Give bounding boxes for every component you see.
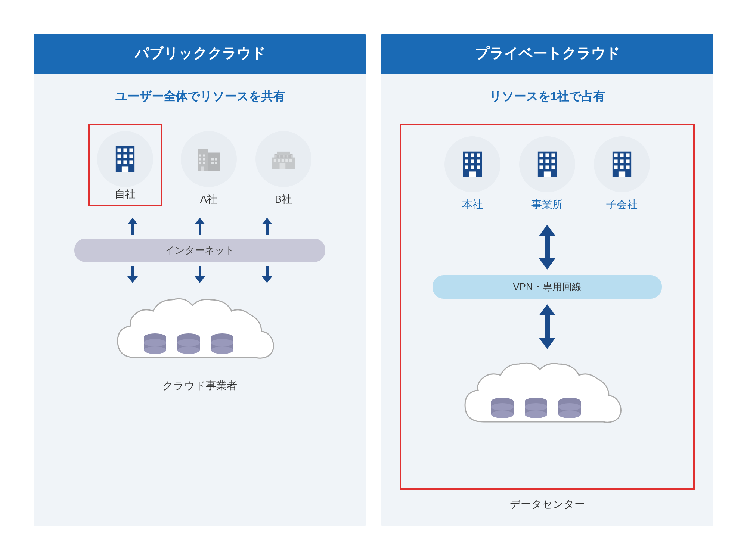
svg-rect-55 — [465, 159, 468, 163]
svg-point-46 — [177, 339, 200, 346]
public-cloud-subtitle: ユーザー全体でリソースを共有 — [115, 88, 285, 105]
company-circle-a — [181, 131, 237, 187]
svg-rect-66 — [539, 159, 543, 163]
company-circle-jisha — [97, 131, 153, 187]
svg-rect-69 — [539, 165, 543, 169]
svg-point-94 — [558, 411, 581, 418]
internet-bar: インターネット — [74, 239, 325, 262]
svg-point-41 — [144, 346, 166, 354]
svg-rect-78 — [620, 159, 623, 163]
svg-rect-64 — [545, 153, 549, 157]
svg-rect-35 — [283, 155, 284, 158]
svg-rect-8 — [123, 160, 127, 164]
svg-rect-9 — [129, 160, 133, 164]
vpn-bar: VPN・専用回線 — [433, 275, 662, 299]
svg-rect-53 — [471, 153, 474, 157]
svg-point-87 — [491, 403, 514, 411]
label-jigyosho: 事業所 — [531, 197, 563, 212]
private-cloud-header: プライベートクラウド — [381, 34, 713, 74]
svg-point-91 — [525, 403, 547, 411]
svg-rect-1 — [117, 148, 121, 152]
label-b: B社 — [275, 192, 292, 206]
svg-rect-70 — [545, 165, 549, 169]
svg-point-86 — [491, 411, 514, 418]
svg-rect-79 — [626, 159, 629, 163]
company-jigyosho: 事業所 — [519, 136, 575, 212]
company-circle-jigyosho — [519, 136, 575, 192]
svg-rect-37 — [291, 155, 292, 158]
svg-rect-31 — [285, 159, 288, 162]
cloud-shape-right — [454, 351, 641, 437]
private-cloud-red-border: 本社 — [400, 124, 695, 490]
svg-rect-23 — [215, 162, 217, 164]
private-cloud-panel: プライベートクラウド リソースを1社で占有 — [381, 34, 713, 526]
building-gray-a-icon — [196, 144, 222, 174]
label-honsha: 本社 — [462, 197, 483, 212]
svg-rect-34 — [279, 155, 280, 158]
svg-rect-18 — [199, 162, 201, 164]
svg-rect-21 — [215, 158, 217, 161]
svg-point-42 — [144, 339, 166, 346]
arrow-up-1 — [127, 218, 138, 235]
svg-rect-54 — [477, 153, 480, 157]
big-arrow-down — [539, 258, 555, 270]
svg-rect-16 — [199, 158, 201, 161]
svg-rect-76 — [626, 153, 629, 157]
arrows-down-row — [52, 266, 347, 283]
svg-rect-61 — [469, 171, 476, 177]
label-kogaisha: 子会社 — [606, 197, 638, 212]
svg-rect-75 — [620, 153, 623, 157]
svg-rect-68 — [551, 159, 555, 163]
svg-rect-32 — [289, 159, 292, 162]
svg-rect-14 — [199, 155, 201, 157]
big-arrow-both-2 — [539, 304, 555, 349]
svg-rect-5 — [123, 154, 127, 158]
cloud-svg-left — [106, 287, 293, 373]
svg-rect-2 — [123, 148, 127, 152]
svg-rect-71 — [551, 165, 555, 169]
cloud-label-left: クラウド事業者 — [162, 379, 237, 393]
label-a: A社 — [200, 192, 218, 206]
private-cloud-companies: 本社 — [444, 136, 650, 212]
arrows-up-row — [52, 218, 347, 235]
building-blue-icon — [112, 144, 138, 174]
svg-rect-10 — [122, 166, 128, 172]
svg-rect-36 — [287, 155, 288, 158]
svg-rect-83 — [619, 171, 625, 177]
public-cloud-companies: 自社 — [88, 124, 311, 206]
private-cloud-body: リソースを1社で占有 — [381, 74, 713, 526]
svg-rect-3 — [129, 148, 133, 152]
big-arrow-both — [539, 225, 555, 270]
public-cloud-body: ユーザー全体でリソースを共有 — [34, 74, 366, 526]
arrow-up-3 — [262, 218, 272, 235]
svg-point-90 — [525, 411, 547, 418]
label-jisha: 自社 — [115, 187, 136, 201]
private-cloud-section — [412, 351, 682, 437]
arrow-down-2 — [195, 266, 205, 283]
big-arrow-up — [539, 225, 555, 236]
svg-point-49 — [211, 346, 233, 354]
svg-rect-65 — [551, 153, 555, 157]
arrow-up-2 — [195, 218, 205, 235]
svg-rect-4 — [117, 154, 121, 158]
svg-point-95 — [558, 403, 581, 411]
big-arrow-shaft-2 — [545, 315, 550, 338]
svg-rect-22 — [211, 162, 214, 164]
building-blue-kogaisha-icon — [609, 149, 635, 179]
building-blue-honsha-icon — [459, 149, 486, 179]
svg-rect-30 — [282, 159, 284, 162]
svg-rect-52 — [465, 153, 468, 157]
svg-rect-57 — [477, 159, 480, 163]
public-cloud-panel: パブリッククラウド ユーザー全体でリソースを共有 — [34, 34, 366, 526]
svg-rect-19 — [203, 162, 205, 164]
arrow-down-1 — [127, 266, 138, 283]
private-cloud-subtitle: リソースを1社で占有 — [489, 88, 605, 105]
svg-rect-81 — [620, 165, 623, 169]
svg-rect-77 — [614, 159, 617, 163]
svg-rect-27 — [277, 152, 290, 155]
svg-rect-33 — [275, 155, 276, 158]
svg-rect-29 — [278, 159, 280, 162]
svg-rect-59 — [471, 165, 474, 169]
svg-rect-38 — [280, 163, 286, 169]
company-circle-kogaisha — [594, 136, 650, 192]
